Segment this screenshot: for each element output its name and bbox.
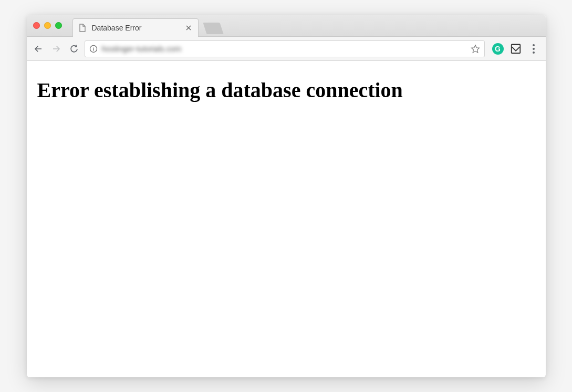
svg-rect-8 — [511, 44, 520, 53]
svg-point-6 — [93, 47, 93, 47]
error-heading: Error establishing a database connection — [37, 78, 535, 102]
new-tab-button[interactable] — [203, 23, 223, 34]
toolbar: hostinger-tutorials.com G — [27, 37, 546, 61]
pocket-extension-icon[interactable] — [510, 43, 522, 55]
tab-bar: Database Error — [27, 15, 546, 37]
browser-window: Database Error — [27, 15, 546, 377]
back-button[interactable] — [33, 44, 44, 54]
window-minimize-button[interactable] — [44, 22, 51, 29]
window-maximize-button[interactable] — [55, 22, 62, 29]
page-icon — [78, 24, 87, 32]
grammarly-extension-icon[interactable]: G — [492, 43, 504, 55]
bookmark-star-icon[interactable] — [471, 44, 480, 54]
window-controls — [33, 22, 62, 29]
forward-button[interactable] — [51, 44, 61, 54]
reload-button[interactable] — [69, 44, 79, 54]
nav-buttons — [33, 44, 79, 54]
svg-marker-7 — [471, 45, 479, 52]
page-content: Error establishing a database connection — [27, 61, 546, 377]
tab-title: Database Error — [92, 24, 179, 32]
site-info-icon[interactable] — [89, 45, 98, 53]
url-text: hostinger-tutorials.com — [102, 44, 466, 53]
tab-close-button[interactable] — [184, 24, 193, 32]
browser-tab[interactable]: Database Error — [72, 18, 199, 37]
window-close-button[interactable] — [33, 22, 40, 29]
address-bar[interactable]: hostinger-tutorials.com — [85, 40, 485, 57]
extensions-area: G — [490, 43, 539, 55]
browser-menu-button[interactable] — [528, 43, 539, 55]
